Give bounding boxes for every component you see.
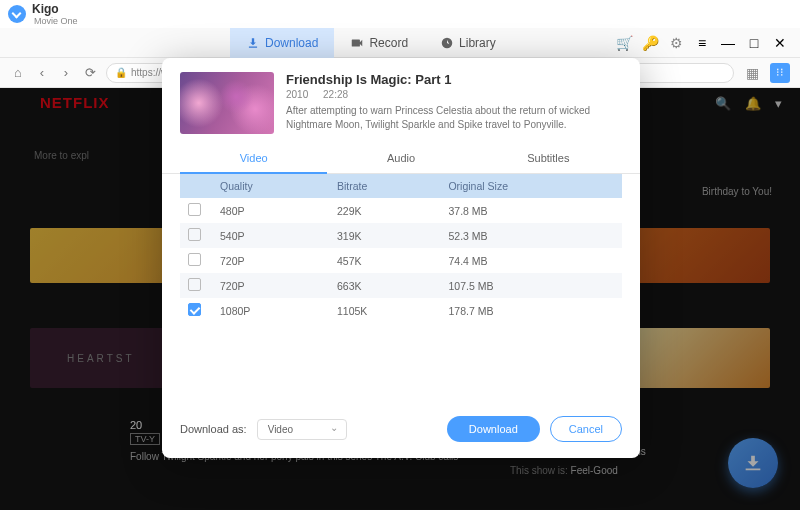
format-select[interactable]: Video bbox=[257, 419, 347, 440]
media-year: 2010 bbox=[286, 89, 308, 100]
cell-size: 37.8 MB bbox=[440, 198, 622, 223]
library-icon bbox=[440, 36, 454, 50]
poster-thumbnail bbox=[180, 72, 274, 134]
grid-icon[interactable]: ▦ bbox=[742, 63, 762, 83]
row-checkbox[interactable] bbox=[188, 228, 201, 241]
col-size: Original Size bbox=[440, 174, 622, 198]
app-logo-icon bbox=[8, 5, 26, 23]
table-row: 720P 457K 74.4 MB bbox=[180, 248, 622, 273]
home-icon[interactable]: ⌂ bbox=[10, 65, 26, 81]
modal-header: Friendship Is Magic: Part 1 2010 22:28 A… bbox=[162, 58, 640, 144]
nav-download-label: Download bbox=[265, 36, 318, 50]
cell-quality: 1080P bbox=[212, 298, 329, 323]
download-modal: ✕ Friendship Is Magic: Part 1 2010 22:28… bbox=[162, 58, 640, 458]
cell-quality: 480P bbox=[212, 198, 329, 223]
modal-footer: Download as: Video Download Cancel bbox=[162, 404, 640, 458]
nav-download[interactable]: Download bbox=[230, 28, 334, 58]
reload-icon[interactable]: ⟳ bbox=[82, 65, 98, 81]
quality-table: Quality Bitrate Original Size 480P 229K … bbox=[180, 174, 622, 323]
settings-icon[interactable]: ⚙ bbox=[668, 35, 684, 51]
table-row: 540P 319K 52.3 MB bbox=[180, 223, 622, 248]
close-icon[interactable]: ✕ bbox=[772, 35, 788, 51]
menu-icon[interactable]: ≡ bbox=[694, 35, 710, 51]
lock-icon: 🔒 bbox=[115, 67, 127, 78]
download-as-label: Download as: bbox=[180, 423, 247, 435]
quality-tabs: Video Audio Subtitles bbox=[162, 144, 640, 174]
table-row: 720P 663K 107.5 MB bbox=[180, 273, 622, 298]
cell-bitrate: 663K bbox=[329, 273, 440, 298]
nav-record-label: Record bbox=[369, 36, 408, 50]
cell-bitrate: 457K bbox=[329, 248, 440, 273]
minimize-icon[interactable]: — bbox=[720, 35, 736, 51]
maximize-icon[interactable]: □ bbox=[746, 35, 762, 51]
titlebar: Kigo Movie One bbox=[0, 0, 800, 28]
row-checkbox[interactable] bbox=[188, 303, 201, 316]
cancel-button[interactable]: Cancel bbox=[550, 416, 622, 442]
nav-record[interactable]: Record bbox=[334, 28, 424, 58]
row-checkbox[interactable] bbox=[188, 203, 201, 216]
tab-subtitles[interactable]: Subtitles bbox=[475, 144, 622, 173]
media-desc: After attempting to warn Princess Celest… bbox=[286, 104, 622, 132]
cell-bitrate: 229K bbox=[329, 198, 440, 223]
cell-size: 74.4 MB bbox=[440, 248, 622, 273]
col-quality: Quality bbox=[212, 174, 329, 198]
cell-size: 107.5 MB bbox=[440, 273, 622, 298]
cell-quality: 720P bbox=[212, 273, 329, 298]
media-title: Friendship Is Magic: Part 1 bbox=[286, 72, 622, 87]
cart-icon[interactable]: 🛒 bbox=[616, 35, 632, 51]
app-name: Kigo bbox=[32, 2, 78, 16]
cell-size: 52.3 MB bbox=[440, 223, 622, 248]
nav-library-label: Library bbox=[459, 36, 496, 50]
cell-bitrate: 1105K bbox=[329, 298, 440, 323]
back-icon[interactable]: ‹ bbox=[34, 65, 50, 81]
key-icon[interactable]: 🔑 bbox=[642, 35, 658, 51]
row-checkbox[interactable] bbox=[188, 253, 201, 266]
download-button[interactable]: Download bbox=[447, 416, 540, 442]
quality-table-wrap: Quality Bitrate Original Size 480P 229K … bbox=[162, 174, 640, 323]
download-icon bbox=[246, 36, 260, 50]
cell-size: 178.7 MB bbox=[440, 298, 622, 323]
capture-icon[interactable]: ⁝⁝ bbox=[770, 63, 790, 83]
col-bitrate: Bitrate bbox=[329, 174, 440, 198]
tab-video[interactable]: Video bbox=[180, 144, 327, 174]
table-row: 1080P 1105K 178.7 MB bbox=[180, 298, 622, 323]
table-row: 480P 229K 37.8 MB bbox=[180, 198, 622, 223]
cell-quality: 540P bbox=[212, 223, 329, 248]
top-nav: Download Record Library 🛒 🔑 ⚙ ≡ — □ ✕ bbox=[0, 28, 800, 58]
media-duration: 22:28 bbox=[323, 89, 348, 100]
media-meta: 2010 22:28 bbox=[286, 89, 622, 100]
nav-library[interactable]: Library bbox=[424, 28, 512, 58]
cell-bitrate: 319K bbox=[329, 223, 440, 248]
app-subtitle: Movie One bbox=[34, 16, 78, 26]
row-checkbox[interactable] bbox=[188, 278, 201, 291]
record-icon bbox=[350, 36, 364, 50]
forward-icon[interactable]: › bbox=[58, 65, 74, 81]
tab-audio[interactable]: Audio bbox=[327, 144, 474, 173]
cell-quality: 720P bbox=[212, 248, 329, 273]
